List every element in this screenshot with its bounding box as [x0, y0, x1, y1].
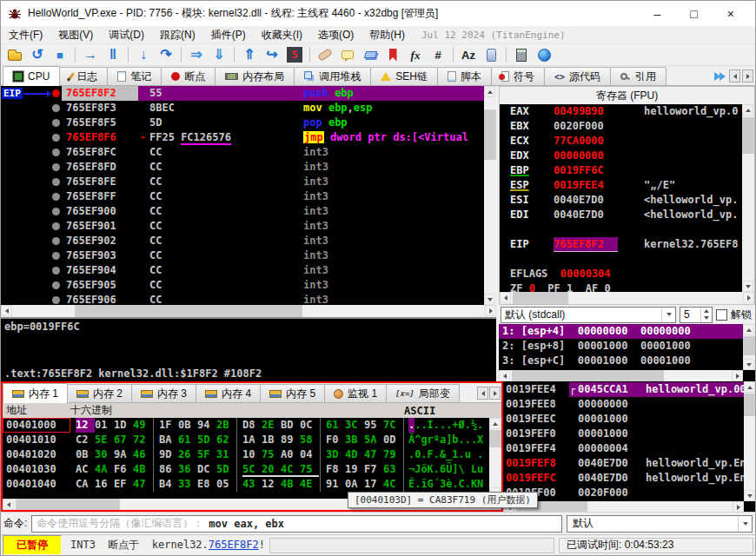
scroll-down-button[interactable]: [484, 294, 495, 305]
unlock-checkbox[interactable]: [716, 309, 727, 321]
execute-till-return-button[interactable]: ⇑: [239, 45, 260, 64]
disasm-address[interactable]: 765EF904: [62, 263, 138, 278]
tab-dump-1[interactable]: 内存 1: [3, 383, 68, 403]
dump-byte[interactable]: BD: [281, 418, 300, 433]
dump-byte[interactable]: 05: [216, 477, 235, 492]
tab-log[interactable]: 日志: [59, 67, 108, 85]
tab-cpu[interactable]: CPU: [3, 66, 60, 86]
breakpoint-slot-icon[interactable]: [52, 134, 60, 142]
dump-address[interactable]: 00401040: [3, 477, 70, 492]
disasm-row[interactable]: 765EF901CCint3: [1, 219, 484, 234]
scroll-down-button[interactable]: [743, 359, 754, 370]
breakpoint-slot-icon[interactable]: [52, 237, 60, 245]
scroll-thumb[interactable]: [512, 370, 664, 381]
restart-button[interactable]: ↺: [27, 45, 48, 64]
dump-row[interactable]: 0040100012011D491F0B942BD82EBD0C613C957C…: [3, 418, 501, 433]
dump-byte[interactable]: DC: [197, 462, 216, 477]
breakpoint-slot-icon[interactable]: [52, 208, 60, 215]
calculator-button[interactable]: [511, 45, 532, 64]
scroll-track[interactable]: [489, 429, 501, 487]
close-debuggee-button[interactable]: ■: [50, 45, 70, 64]
dump-byte[interactable]: 47: [364, 447, 383, 462]
open-file-button[interactable]: [4, 45, 25, 64]
disasm-address[interactable]: 765EF903: [62, 248, 138, 263]
dump-byte[interactable]: 19: [345, 462, 364, 477]
dump-byte[interactable]: 47: [133, 477, 152, 492]
scroll-left-button[interactable]: [3, 499, 14, 510]
dump-byte[interactable]: 4C: [281, 462, 300, 477]
dump-row[interactable]: 00401040CA16EF47B433E80543124B4E910A174C…: [3, 477, 501, 492]
register-row[interactable]: ESI0040E7D0<helloworld_vp.: [500, 193, 742, 208]
breakpoint-slot-icon[interactable]: [52, 193, 60, 201]
dump-byte[interactable]: 5F: [197, 447, 216, 462]
scroll-thumb[interactable]: [743, 336, 755, 355]
argument-row[interactable]: 1: [esp+4] 00000000 00000000: [499, 324, 743, 339]
dump-byte[interactable]: 46: [133, 447, 152, 462]
stack-row[interactable]: 0019FEF400000004: [503, 441, 744, 456]
dump-byte[interactable]: 2E: [262, 418, 281, 433]
dump-byte[interactable]: 5D: [197, 433, 216, 447]
dump-byte[interactable]: 61: [178, 433, 197, 447]
dump-byte[interactable]: 4A: [95, 462, 114, 477]
string-references-button[interactable]: Az: [458, 45, 479, 64]
dump-byte[interactable]: 12: [262, 477, 281, 492]
dump-byte[interactable]: 12: [76, 418, 95, 433]
function-analysis-button[interactable]: fx: [405, 45, 426, 64]
step-over-button[interactable]: ↷: [156, 45, 176, 64]
breakpoint-slot-icon[interactable]: [52, 222, 60, 230]
scroll-thumb[interactable]: [75, 305, 302, 317]
dump-byte[interactable]: 63: [383, 462, 402, 477]
comment-button[interactable]: [337, 45, 358, 64]
disasm-row[interactable]: 765EF906CCint3: [1, 293, 484, 305]
disasm-address[interactable]: 765EF8F2: [62, 86, 138, 101]
dump-byte[interactable]: 16: [95, 477, 114, 492]
register-row[interactable]: EAX00499B90helloworld_vp.0: [500, 104, 742, 119]
stack-row[interactable]: 0019FEF000001000: [503, 427, 744, 441]
stack-value[interactable]: 00001000: [578, 427, 646, 441]
breakpoint-slot-icon[interactable]: [52, 281, 60, 289]
dump-byte[interactable]: 95: [364, 418, 383, 433]
dump-byte[interactable]: 1B: [262, 433, 281, 447]
disasm-address[interactable]: 765EF8F5: [62, 116, 138, 130]
register-value[interactable]: 0040E7D0: [554, 193, 644, 208]
register-row[interactable]: EFLAGS 00000304: [500, 267, 742, 281]
scroll-up-button[interactable]: [484, 86, 495, 97]
dump-byte[interactable]: 2B: [216, 418, 235, 433]
scroll-thumb[interactable]: [744, 394, 755, 416]
disasm-address[interactable]: 765EF8F6: [62, 130, 138, 145]
profile-select[interactable]: 默认: [567, 515, 753, 533]
dump-byte[interactable]: 17: [364, 477, 383, 492]
disasm-row[interactable]: 765EF8F38BECmov ebp,esp: [1, 101, 484, 116]
spinner-buttons[interactable]: [700, 308, 712, 322]
dump-byte[interactable]: 5C: [242, 462, 262, 477]
dump-byte[interactable]: 58: [300, 433, 319, 447]
argument-row[interactable]: 3: [esp+C] 00001000 00001000: [499, 354, 743, 368]
stack-address[interactable]: 0019FEFC: [503, 471, 569, 486]
dump-byte[interactable]: 4E: [300, 477, 319, 492]
stack-value[interactable]: 00000000: [578, 397, 646, 412]
disasm-address[interactable]: 765EF902: [62, 234, 138, 248]
disasm-address[interactable]: 765EF8FC: [62, 145, 138, 160]
dump-byte[interactable]: E8: [197, 477, 216, 492]
skip-next-instruction-button[interactable]: [284, 45, 305, 64]
scroll-down-button[interactable]: [742, 281, 753, 292]
breakpoint-slot-icon[interactable]: [52, 296, 60, 304]
arguments-vscrollbar[interactable]: [743, 324, 755, 370]
command-input[interactable]: 命令使用逗号分隔（像汇编语言）： mov eax, ebx: [31, 515, 562, 533]
breakpoint-slot-icon[interactable]: [52, 178, 60, 186]
dump-byte[interactable]: 94: [197, 418, 216, 433]
dump-byte[interactable]: C2: [76, 433, 95, 447]
dump-byte[interactable]: A0: [281, 447, 300, 462]
tab-locals[interactable]: 局部变: [386, 384, 460, 402]
dump-byte[interactable]: 0D: [383, 433, 402, 447]
register-value[interactable]: 00499B90: [554, 104, 644, 119]
register-value[interactable]: 77CA0000: [554, 134, 644, 149]
stack-row[interactable]: 0019FEE800000000: [503, 397, 744, 412]
tab-breakpoints[interactable]: 断点: [161, 67, 216, 85]
dump-byte[interactable]: 1D: [114, 418, 133, 433]
disasm-row[interactable]: 765EF8F55Dpop ebp: [1, 116, 484, 130]
scroll-up-button[interactable]: [744, 381, 755, 393]
disasm-row[interactable]: 765EF905CCint3: [1, 278, 484, 293]
scroll-right-button[interactable]: [733, 501, 744, 512]
dump-byte[interactable]: 4B: [133, 462, 152, 477]
